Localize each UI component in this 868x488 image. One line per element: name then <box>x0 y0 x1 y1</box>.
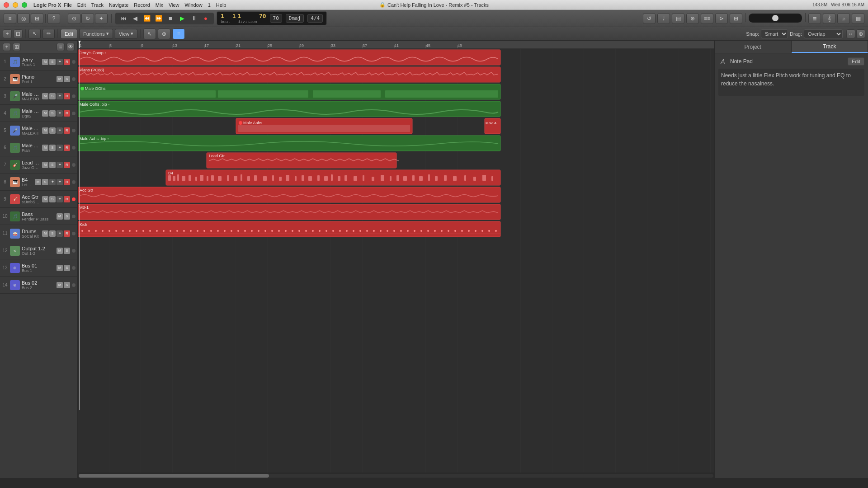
mute-btn[interactable]: M <box>42 127 48 134</box>
notation-btn[interactable]: 𝄞 <box>823 13 835 24</box>
track-stack-btn[interactable]: ⊟ <box>14 29 23 38</box>
record-btn[interactable]: R <box>64 196 70 202</box>
track-filter-btn[interactable]: ≡ <box>57 43 65 51</box>
pause-btn[interactable]: ⏸ <box>189 14 199 23</box>
close-button[interactable] <box>4 2 9 8</box>
snap-select[interactable]: Smart Bar Beat <box>761 29 788 38</box>
record-btn[interactable]: R <box>64 110 70 117</box>
mute-btn[interactable]: M <box>42 145 48 151</box>
mute-btn[interactable]: M <box>42 59 48 65</box>
solo-btn[interactable]: S <box>49 145 56 151</box>
mute-btn[interactable]: M <box>42 93 48 99</box>
record-btn[interactable]: R <box>64 93 70 99</box>
mute-btn[interactable]: M <box>57 265 63 271</box>
record-btn[interactable]: R <box>64 179 70 185</box>
menu-view[interactable]: View <box>169 2 179 8</box>
forward-fast[interactable]: ⏩ <box>153 14 164 23</box>
solo-btn[interactable]: S <box>49 162 56 168</box>
solo-btn[interactable]: S <box>42 179 48 185</box>
record-btn[interactable]: ● <box>200 14 211 23</box>
rewind-btn[interactable]: ◀ <box>130 14 141 23</box>
scrollbar-track[interactable] <box>79 474 713 478</box>
scrollbar-thumb[interactable] <box>79 474 269 478</box>
mute-btn[interactable]: M <box>42 110 48 117</box>
tool1-btn[interactable]: ↖ <box>143 28 156 39</box>
master-btn[interactable]: ▤ <box>672 13 684 24</box>
midi-btn[interactable]: ✦ <box>57 93 63 99</box>
rewind-fast[interactable]: ⏪ <box>142 14 152 23</box>
tuner-btn[interactable]: ♩ <box>657 13 670 24</box>
solo-btn[interactable]: S <box>49 93 56 99</box>
go-to-beginning[interactable]: ⏮ <box>118 14 129 23</box>
stop-btn[interactable]: ■ <box>165 14 176 23</box>
plugin-btn[interactable]: ⊕ <box>686 13 699 24</box>
add-track-btn[interactable]: + <box>3 29 12 38</box>
mute-btn[interactable]: M <box>42 162 48 168</box>
list-view-btn[interactable]: ≣ <box>808 13 821 24</box>
search-btn[interactable]: ⌕ <box>837 13 850 24</box>
record-btn[interactable]: R <box>64 162 70 168</box>
track-visible-btn[interactable]: 👁 <box>66 43 75 51</box>
midi-btn[interactable]: ✦ <box>57 196 63 202</box>
menu-track[interactable]: Track <box>91 2 104 8</box>
horizontal-scrollbar[interactable] <box>78 473 714 478</box>
pencil-tool-btn[interactable]: ✏ <box>42 29 55 39</box>
drag-select[interactable]: Overlap No Overlap X-Fade <box>804 29 843 38</box>
mute-btn[interactable]: M <box>57 213 63 220</box>
key-display[interactable]: Dmaj <box>286 14 304 23</box>
menu-window[interactable]: Window <box>185 2 203 8</box>
tab-track[interactable]: Track <box>792 41 868 53</box>
record-btn[interactable]: R <box>64 145 70 151</box>
record-btn[interactable]: R <box>64 127 70 134</box>
bounce-btn[interactable]: ⊳ <box>715 13 728 24</box>
minimize-button[interactable] <box>13 2 18 8</box>
master-volume-slider[interactable] <box>748 13 802 23</box>
midi-btn2[interactable]: ✦ <box>57 179 63 185</box>
maximize-button[interactable] <box>22 2 27 8</box>
midi-btn[interactable]: ✦ <box>57 145 63 151</box>
mute-btn[interactable]: M <box>42 196 48 202</box>
track-config-btn[interactable]: ⊞ <box>13 43 21 51</box>
media-btn[interactable]: ▦ <box>852 13 864 24</box>
time-sig-display[interactable]: 4/4 <box>307 14 323 23</box>
midi-btn[interactable]: ✦ <box>57 110 63 117</box>
count-in-btn[interactable]: ↻ <box>81 13 94 24</box>
solo-btn[interactable]: S <box>49 196 56 202</box>
mute-btn[interactable]: M <box>57 76 63 82</box>
notepad-edit-button[interactable]: Edit <box>848 57 864 66</box>
smart-controls-btn[interactable]: ◎ <box>17 13 30 24</box>
mute-btn[interactable]: M <box>57 248 63 254</box>
solo-btn[interactable]: S <box>64 76 70 82</box>
mixer-btn[interactable]: ≡ <box>4 13 16 24</box>
midi-btn[interactable]: ✦ <box>49 179 56 185</box>
screenset-btn[interactable]: ⊞ <box>730 13 742 24</box>
add-track-header-btn[interactable]: + <box>3 43 11 51</box>
tab-project[interactable]: Project <box>715 41 792 53</box>
menu-edit[interactable]: Edit <box>77 2 86 8</box>
edit-menu-btn[interactable]: Edit <box>61 29 77 39</box>
pointer-tool-btn[interactable]: ↖ <box>28 29 41 39</box>
tempo-display[interactable]: 70 <box>270 14 282 23</box>
mute-btn[interactable]: M <box>42 230 48 237</box>
midi-btn[interactable]: ✦ <box>57 127 63 134</box>
metronome-btn[interactable]: ⊙ <box>68 13 80 24</box>
play-btn[interactable]: ▶ <box>177 14 188 23</box>
zoom-in-btn[interactable]: ↔ <box>846 29 855 38</box>
zoom-out-btn[interactable]: ⊕ <box>856 29 865 38</box>
solo-btn[interactable]: S <box>49 59 56 65</box>
menu-file[interactable]: File <box>64 2 72 8</box>
midi-btn[interactable]: ✦ <box>57 162 63 168</box>
solo-btn[interactable]: S <box>49 230 56 237</box>
record-btn[interactable]: R <box>64 59 70 65</box>
solo-btn[interactable]: S <box>64 213 70 220</box>
menu-record[interactable]: Record <box>134 2 150 8</box>
midi-btn[interactable]: ✦ <box>57 59 63 65</box>
cpu-btn[interactable]: ≡≡ <box>701 13 713 24</box>
mute-btn[interactable]: M <box>35 179 41 185</box>
solo-btn[interactable]: S <box>64 265 70 271</box>
solo-btn[interactable]: S <box>49 110 56 117</box>
tool3-btn[interactable]: ≡ <box>172 28 185 39</box>
editors-btn[interactable]: ⊞ <box>31 13 43 24</box>
solo-btn[interactable]: S <box>64 248 70 254</box>
functions-menu-btn[interactable]: Functions ▾ <box>79 29 113 39</box>
